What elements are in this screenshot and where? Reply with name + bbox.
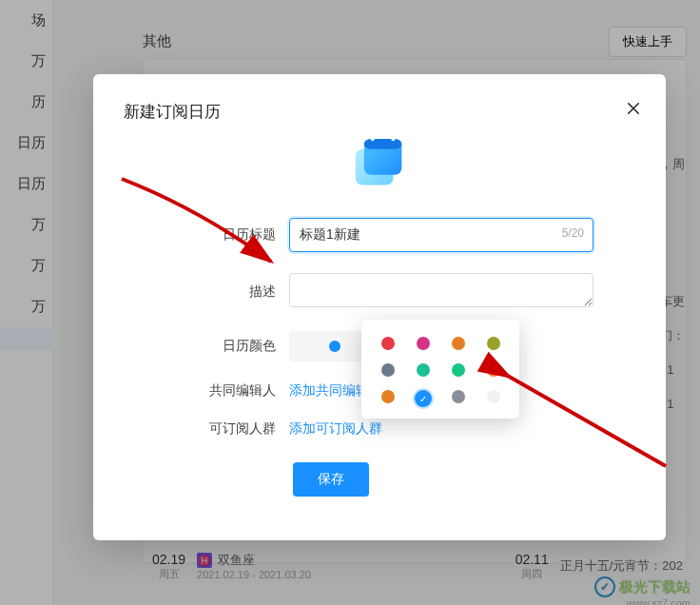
subscribers-label: 可订阅人群	[204, 420, 276, 438]
desc-label: 描述	[204, 283, 276, 301]
color-option[interactable]	[381, 363, 395, 377]
color-option[interactable]	[487, 337, 500, 350]
color-option[interactable]	[381, 390, 395, 403]
color-option[interactable]	[452, 390, 465, 403]
color-option[interactable]	[487, 363, 500, 377]
desc-input[interactable]	[289, 273, 593, 307]
new-calendar-dialog: 新建订阅日历 日历标题 5/20 描述	[93, 74, 666, 540]
color-option[interactable]	[417, 337, 430, 350]
dot-icon	[329, 341, 340, 352]
color-popover	[361, 320, 519, 419]
color-option[interactable]	[452, 363, 465, 377]
color-option[interactable]	[487, 390, 500, 403]
color-option[interactable]	[415, 390, 432, 407]
dialog-title: 新建订阅日历	[124, 101, 635, 123]
svg-rect-2	[364, 139, 402, 149]
color-label: 日历颜色	[204, 338, 276, 355]
color-option[interactable]	[452, 337, 465, 350]
svg-point-3	[371, 137, 375, 141]
add-subscribers-link[interactable]: 添加可订阅人群	[289, 420, 382, 436]
title-input[interactable]	[289, 218, 593, 252]
editors-label: 共同编辑人	[204, 382, 276, 400]
calendar-icon	[345, 130, 414, 199]
close-icon[interactable]	[622, 97, 645, 120]
svg-point-4	[391, 137, 395, 141]
save-button[interactable]: 保存	[293, 462, 369, 497]
color-option[interactable]	[381, 337, 395, 350]
title-counter: 5/20	[562, 226, 584, 240]
title-label: 日历标题	[204, 226, 276, 244]
color-option[interactable]	[417, 363, 430, 377]
